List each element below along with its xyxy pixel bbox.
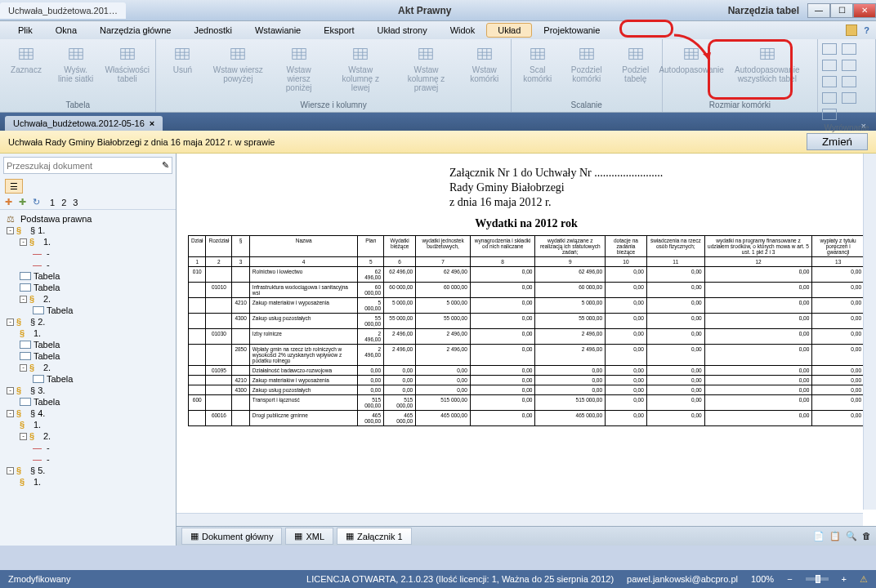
cell[interactable]: 515 000,00	[384, 395, 416, 411]
cell[interactable]: 2 496,00	[358, 345, 384, 366]
bottom-tab-załącznik-1[interactable]: ▦Załącznik 1	[337, 528, 412, 545]
cell[interactable]: 0,00	[606, 314, 647, 329]
cell[interactable]: 0,00	[812, 385, 865, 395]
title-tab[interactable]: Uchwała_budżetowa.201…	[0, 2, 126, 19]
cell[interactable]: 62 496,00	[384, 267, 416, 283]
cell[interactable]: 0,00	[704, 314, 812, 329]
cell[interactable]: 515 000,00	[358, 395, 384, 411]
cell[interactable]: 55 000,00	[416, 314, 471, 329]
cell[interactable]: 0,00	[384, 366, 416, 376]
cell[interactable]: 0,00	[470, 385, 535, 395]
cell[interactable]: 01095	[206, 366, 232, 376]
cell[interactable]	[232, 329, 249, 345]
cell[interactable]: 0,00	[606, 376, 647, 385]
cell[interactable]	[206, 395, 232, 411]
tree-node[interactable]: ⚖Podstawa prawna	[3, 213, 172, 225]
cell[interactable]	[189, 314, 206, 329]
page-num-2[interactable]: 2	[61, 198, 66, 207]
cell[interactable]: Rolnictwo i łowiectwo	[249, 267, 358, 283]
cell[interactable]: 2 496,00	[384, 329, 416, 345]
cell[interactable]: 0,00	[704, 283, 812, 298]
cell[interactable]: 0,00	[470, 376, 535, 385]
cell[interactable]: 0,00	[606, 298, 647, 314]
cell[interactable]: Zakup usług pozostałych	[249, 385, 358, 395]
cell[interactable]: 60 000,00	[358, 283, 384, 298]
view-mode-icon[interactable]: ☰	[5, 179, 23, 194]
cell[interactable]: 2 496,00	[535, 329, 606, 345]
tree-node[interactable]: Tabela	[3, 350, 172, 362]
search-input[interactable]	[7, 161, 162, 171]
tool-icon-1[interactable]: ✚	[5, 197, 12, 207]
cell[interactable]: 60 000,00	[535, 283, 606, 298]
align-cell-icon[interactable]	[842, 43, 856, 55]
ribbon-btn-autodopasowanie-wszystkich-tabel[interactable]: Autodopasowanie wszystkich tabel	[721, 42, 814, 86]
ribbon-btn-autodopasowanie[interactable]: Autodopasowanie	[666, 42, 717, 77]
menu-narzędzia-główne[interactable]: Narzędzia główne	[88, 23, 182, 38]
bottom-tab-xml[interactable]: ▦XML	[285, 528, 333, 545]
cell[interactable]	[206, 267, 232, 283]
align-cell-icon[interactable]	[822, 60, 837, 71]
cell[interactable]: Infrastruktura wodociągowa i sanitacyjna…	[249, 283, 358, 298]
tree-node[interactable]: -§2.	[3, 430, 172, 442]
maximize-button[interactable]: ☐	[830, 3, 853, 18]
ribbon-btn-wyśw-linie-siatki[interactable]: Wyśw. linie siatki	[52, 42, 99, 86]
cell[interactable]: 62 496,00	[416, 267, 471, 283]
cell[interactable]: 0,00	[535, 376, 606, 385]
cell[interactable]: 0,00	[704, 376, 812, 385]
cell[interactable]	[189, 283, 206, 298]
tree-node[interactable]: §1.	[3, 476, 172, 488]
cell[interactable]: 0,00	[358, 376, 384, 385]
structure-tree[interactable]: ⚖Podstawa prawna-§§ 1.-§1.—-—-TabelaTabe…	[0, 210, 176, 546]
cell[interactable]: 0,00	[358, 366, 384, 376]
cell[interactable]	[189, 298, 206, 314]
vertical-scrollbar[interactable]	[863, 154, 876, 510]
tree-node[interactable]: -§§ 5.	[3, 465, 172, 476]
cell[interactable]: 2 496,00	[416, 329, 471, 345]
cell[interactable]: Wpłaty gmin na rzecz izb rolniczych w wy…	[249, 345, 358, 366]
align-cell-icon[interactable]	[842, 76, 856, 87]
cell[interactable]	[206, 345, 232, 366]
cell[interactable]: 01030	[206, 329, 232, 345]
cell[interactable]	[189, 385, 206, 395]
cell[interactable]	[206, 314, 232, 329]
close-button[interactable]: ✕	[853, 3, 876, 18]
expand-icon[interactable]: -	[7, 318, 14, 326]
menu-jednostki[interactable]: Jednostki	[182, 23, 243, 38]
ribbon-btn-wstaw-kolumnę-z-prawej[interactable]: Wstaw kolumnę z prawej	[394, 42, 458, 95]
cell[interactable]: 0,00	[470, 329, 535, 345]
cell[interactable]: 465 000,00	[416, 411, 471, 426]
expand-icon[interactable]: -	[7, 467, 14, 474]
cell[interactable]: 0,00	[470, 345, 535, 366]
cell[interactable]: 0,00	[606, 267, 647, 283]
tool-icon[interactable]: 📄	[813, 531, 825, 541]
expand-icon[interactable]: -	[20, 238, 27, 246]
expand-icon[interactable]: -	[20, 296, 27, 303]
cell[interactable]: Drogi publiczne gminne	[249, 411, 358, 426]
minimize-button[interactable]: —	[807, 3, 830, 18]
cell[interactable]: 600	[189, 395, 206, 411]
cell[interactable]: 60 000,00	[416, 283, 471, 298]
cell[interactable]: 0,00	[470, 283, 535, 298]
cell[interactable]: 0,00	[812, 345, 865, 366]
cell[interactable]: 0,00	[470, 395, 535, 411]
cell[interactable]: Zakup materiałów i wyposażenia	[249, 376, 358, 385]
tree-node[interactable]: -§2.	[3, 362, 172, 373]
cell[interactable]: 0,00	[646, 376, 704, 385]
menu-plik[interactable]: Plik	[7, 23, 44, 38]
cell[interactable]: 0,00	[704, 267, 812, 283]
cell[interactable]: 5 000,00	[384, 298, 416, 314]
ribbon-btn-podziel-tabelę[interactable]: Podziel tabelę	[613, 42, 659, 86]
menu-układ[interactable]: Układ	[486, 23, 532, 38]
cell[interactable]: 465 000,00	[384, 411, 416, 426]
cell[interactable]: 0,00	[646, 395, 704, 411]
cell[interactable]: 60016	[206, 411, 232, 426]
cell[interactable]	[232, 366, 249, 376]
menu-układ-strony[interactable]: Układ strony	[366, 23, 439, 38]
cell[interactable]	[189, 411, 206, 426]
change-button[interactable]: Zmień	[807, 133, 868, 150]
tool-icon[interactable]: 🔍	[846, 531, 857, 541]
cell[interactable]: 515 000,00	[535, 395, 606, 411]
horizontal-scrollbar[interactable]	[177, 513, 863, 526]
eraser-icon[interactable]: ✎	[162, 160, 169, 171]
cell[interactable]: 0,00	[606, 366, 647, 376]
